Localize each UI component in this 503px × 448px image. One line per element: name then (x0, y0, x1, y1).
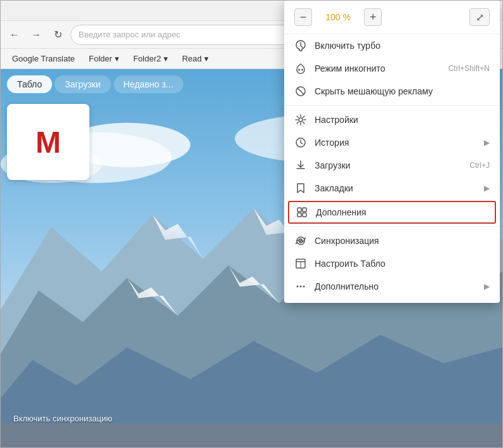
zoom-decrease-button[interactable]: − (294, 8, 312, 26)
svg-rect-26 (303, 213, 306, 217)
history-icon (294, 136, 307, 149)
window: — ☐ ✕ ← → ↻ Введите запрос или адрес Goo… (0, 0, 503, 448)
downloads-shortcut: Ctrl+J (469, 161, 490, 170)
turbo-label: Включить турбо (315, 41, 490, 51)
extensions-icon (296, 206, 308, 219)
svg-line-20 (297, 88, 304, 95)
newtab-tabs: Табло Загрузки Недавно з... (7, 75, 183, 93)
bookmarks-icon (294, 182, 307, 195)
address-placeholder: Введите запрос или адрес (79, 30, 180, 39)
svg-point-32 (303, 286, 305, 288)
bookmark-label: Folder (89, 54, 112, 63)
downloads-label: Загрузки (315, 160, 462, 170)
more-arrow: ▶ (484, 282, 490, 291)
fullscreen-icon: ⤢ (476, 11, 484, 23)
menu-item-incognito[interactable]: Режим инкогнито Ctrl+Shift+N (284, 57, 500, 80)
svg-point-18 (301, 69, 303, 71)
svg-rect-24 (303, 208, 306, 212)
svg-rect-23 (297, 208, 301, 212)
turbo-icon (294, 39, 307, 52)
divider-2 (284, 226, 500, 227)
tab-downloads[interactable]: Загрузки (55, 75, 110, 93)
settings-label: Настройки (315, 115, 490, 125)
reload-button[interactable]: ↻ (49, 26, 67, 44)
zoom-increase-button[interactable]: + (364, 8, 382, 26)
bookmark-label: Folder2 (133, 54, 161, 63)
more-label: Дополнительно (315, 281, 476, 291)
zoom-level: 100 % (322, 12, 354, 22)
svg-point-31 (300, 286, 302, 288)
back-button[interactable]: ← (6, 26, 23, 44)
menu-item-settings[interactable]: Настройки (284, 108, 500, 131)
bookmark-folder2[interactable]: Folder2 ▾ (127, 52, 174, 65)
bookmark-label: Google Translate (12, 54, 75, 63)
more-icon (294, 280, 307, 293)
history-arrow: ▶ (484, 138, 490, 147)
svg-point-30 (297, 286, 299, 288)
menu-item-bookmarks[interactable]: Закладки ▶ (284, 177, 500, 200)
svg-rect-25 (297, 213, 301, 217)
sync-icon (294, 234, 307, 247)
bookmark-label: Read (182, 54, 202, 63)
quick-dial: M (7, 104, 89, 180)
svg-point-17 (298, 69, 300, 71)
bookmarks-label: Закладки (315, 183, 476, 193)
gmail-icon: M (36, 125, 61, 160)
incognito-label: Режим инкогнито (315, 63, 441, 74)
downloads-icon (294, 159, 307, 172)
menu-item-extensions[interactable]: Дополнения (288, 201, 496, 224)
chevron-down-icon: ▾ (115, 54, 119, 63)
menu-item-history[interactable]: История ▶ (284, 131, 500, 154)
bookmark-read[interactable]: Read ▾ (176, 52, 215, 65)
sync-label: Синхронизация (315, 236, 490, 246)
menu-item-more[interactable]: Дополнительно ▶ (284, 275, 500, 298)
customize-tab-label: Настроить Табло (315, 259, 490, 269)
divider-1 (284, 105, 500, 106)
forward-button[interactable]: → (27, 26, 45, 44)
menu-item-block-ads[interactable]: Скрыть мешающую рекламу (284, 80, 500, 103)
dropdown-menu: − 100 % + ⤢ Включить турбо Режим инкогни… (284, 1, 500, 303)
menu-item-sync[interactable]: Синхронизация (284, 229, 500, 252)
extensions-label: Дополнения (316, 207, 488, 217)
menu-item-turbo[interactable]: Включить турбо (284, 34, 500, 57)
chevron-down-icon: ▾ (204, 54, 209, 63)
incognito-shortcut: Ctrl+Shift+N (448, 64, 490, 73)
block-ads-label: Скрыть мешающую рекламу (315, 86, 490, 96)
menu-item-downloads[interactable]: Загрузки Ctrl+J (284, 154, 500, 177)
tab-recent[interactable]: Недавно з... (114, 75, 183, 93)
sync-button[interactable]: Включить синхронизацию (13, 414, 112, 423)
zoom-row: − 100 % + ⤢ (284, 1, 500, 34)
incognito-icon (294, 62, 307, 75)
menu-item-customize-tab[interactable]: Настроить Табло (284, 252, 500, 275)
settings-icon (294, 113, 307, 126)
customize-tab-icon (294, 257, 307, 270)
svg-point-21 (299, 118, 303, 122)
block-ads-icon (294, 85, 307, 98)
fullscreen-button[interactable]: ⤢ (469, 8, 490, 26)
chevron-down-icon: ▾ (164, 54, 168, 63)
svg-rect-16 (1, 423, 502, 448)
bookmark-google-translate[interactable]: Google Translate (6, 52, 81, 65)
bookmark-folder[interactable]: Folder ▾ (82, 52, 126, 65)
tab-tablo[interactable]: Табло (7, 75, 52, 93)
bookmarks-arrow: ▶ (484, 184, 490, 193)
dial-gmail[interactable]: M (7, 104, 89, 180)
history-label: История (315, 138, 476, 148)
